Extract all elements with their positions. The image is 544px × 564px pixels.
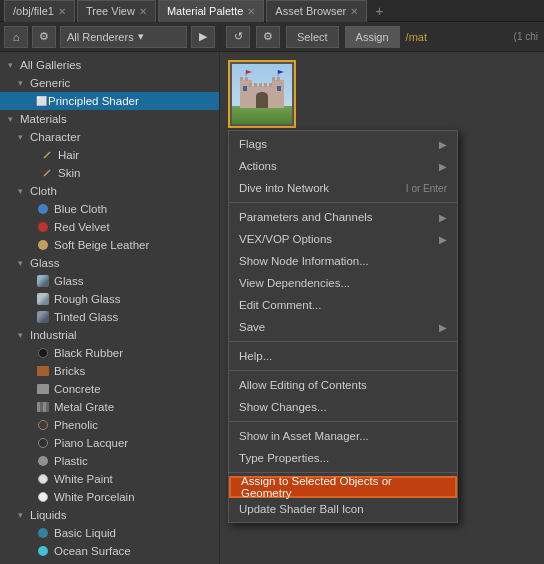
tree-item-bricks[interactable]: Bricks	[0, 362, 219, 380]
svg-rect-7	[272, 80, 284, 108]
submenu-arrow-icon: ▶	[439, 234, 447, 245]
tree-item-materials[interactable]: ▾ Materials	[0, 110, 219, 128]
renderer-dropdown[interactable]: All Renderers ▾	[60, 26, 187, 48]
shortcut-label: I or Enter	[406, 183, 447, 194]
svg-rect-19	[243, 86, 247, 91]
ctx-actions[interactable]: Actions ▶	[229, 155, 457, 177]
chips-info: (1 chi	[514, 31, 538, 42]
tree-item-white-porcelain[interactable]: White Porcelain	[0, 488, 219, 506]
tab-asset-browser[interactable]: Asset Browser ✕	[266, 0, 367, 22]
ctx-show-changes[interactable]: Show Changes...	[229, 396, 457, 418]
ctx-dive-into-network[interactable]: Dive into Network I or Enter	[229, 177, 457, 199]
assign-button[interactable]: Assign	[345, 26, 400, 48]
tree-item-concrete[interactable]: Concrete	[0, 380, 219, 398]
ctx-help[interactable]: Help...	[229, 345, 457, 367]
tab-bar: /obj/file1 ✕ Tree View ✕ Material Palett…	[0, 0, 544, 22]
ctx-update-shader-ball[interactable]: Update Shader Ball Icon	[229, 498, 457, 520]
tab-close-icon[interactable]: ✕	[350, 6, 358, 17]
svg-rect-20	[277, 86, 281, 91]
tab-obj-file1[interactable]: /obj/file1 ✕	[4, 0, 75, 22]
submenu-arrow-icon: ▶	[439, 322, 447, 333]
context-menu: Flags ▶ Actions ▶ Dive into Network I or…	[228, 130, 458, 523]
tree-item-red-velvet[interactable]: Red Velvet	[0, 218, 219, 236]
tree-item-tinted-glass[interactable]: Tinted Glass	[0, 308, 219, 326]
separator	[229, 202, 457, 203]
tree-item-liquids[interactable]: ▾ Liquids	[0, 506, 219, 524]
add-tab-button[interactable]: +	[369, 2, 389, 20]
ctx-type-properties[interactable]: Type Properties...	[229, 447, 457, 469]
svg-rect-13	[254, 83, 257, 87]
tree-item-plastic[interactable]: Plastic	[0, 452, 219, 470]
main-layout: ⌂ ⚙ All Renderers ▾ ▶ ▾ All Galleries ▾	[0, 22, 544, 564]
tab-tree-view[interactable]: Tree View ✕	[77, 0, 156, 22]
mat-thumbnail[interactable]	[228, 60, 296, 128]
home-icon: ⌂	[13, 31, 20, 43]
ctx-parameters[interactable]: Parameters and Channels ▶	[229, 206, 457, 228]
tree-item-white-paint[interactable]: White Paint	[0, 470, 219, 488]
home-button[interactable]: ⌂	[4, 26, 28, 48]
tree-item-generic[interactable]: ▾ Generic	[0, 74, 219, 92]
ctx-node-info[interactable]: Show Node Information...	[229, 250, 457, 272]
svg-point-18	[256, 92, 268, 100]
ctx-view-dependencies[interactable]: View Dependencies...	[229, 272, 457, 294]
tree-item-black-rubber[interactable]: Black Rubber	[0, 344, 219, 362]
refresh-icon: ↺	[234, 30, 243, 43]
ctx-save[interactable]: Save ▶	[229, 316, 457, 338]
ctx-assign-to-selected[interactable]: Assign to Selected Objects or Geometry	[229, 476, 457, 498]
tree-item-ocean-surface[interactable]: Ocean Surface	[0, 542, 219, 560]
tree-item-piano-lacquer[interactable]: Piano Lacquer	[0, 434, 219, 452]
svg-rect-9	[245, 77, 248, 81]
svg-line-0	[44, 152, 50, 158]
right-panel: ↺ ⚙ Select Assign /mat (1 chi	[220, 22, 544, 564]
tree-item-skin[interactable]: Skin	[0, 164, 219, 182]
tree-item-soft-beige[interactable]: Soft Beige Leather	[0, 236, 219, 254]
tree-item-industrial[interactable]: ▾ Industrial	[0, 326, 219, 344]
svg-rect-8	[240, 77, 243, 81]
tab-close-icon[interactable]: ✕	[247, 6, 255, 17]
tree-item-metal-grate[interactable]: Metal Grate	[0, 398, 219, 416]
settings-button[interactable]: ⚙	[256, 26, 280, 48]
svg-rect-10	[272, 77, 275, 81]
right-toolbar: ↺ ⚙ Select Assign /mat (1 chi	[220, 22, 544, 52]
svg-rect-16	[269, 83, 272, 87]
svg-rect-11	[277, 77, 280, 81]
tab-close-icon[interactable]: ✕	[58, 6, 66, 17]
separator	[229, 421, 457, 422]
submenu-arrow-icon: ▶	[439, 139, 447, 150]
submenu-arrow-icon: ▶	[439, 212, 447, 223]
ctx-edit-comment[interactable]: Edit Comment...	[229, 294, 457, 316]
tree-item-hair[interactable]: Hair	[0, 146, 219, 164]
forward-icon: ▶	[199, 30, 207, 43]
tree-item-principled-shader[interactable]: ⬜ Principled Shader	[0, 92, 219, 110]
path-label: /mat	[406, 31, 508, 43]
svg-rect-3	[232, 106, 292, 124]
tree-item-blue-cloth[interactable]: Blue Cloth	[0, 200, 219, 218]
tree-item-basic-liquid[interactable]: Basic Liquid	[0, 524, 219, 542]
tree-item-character[interactable]: ▾ Character	[0, 128, 219, 146]
tree-panel: ▾ All Galleries ▾ Generic ⬜ Principled S…	[0, 52, 219, 564]
tree-item-cloth[interactable]: ▾ Cloth	[0, 182, 219, 200]
tab-close-icon[interactable]: ✕	[139, 6, 147, 17]
ctx-show-asset-manager[interactable]: Show in Asset Manager...	[229, 425, 457, 447]
refresh-button[interactable]: ↺	[226, 26, 250, 48]
svg-rect-14	[259, 83, 262, 87]
tab-material-palette[interactable]: Material Palette ✕	[158, 0, 264, 22]
mat-tile-principled[interactable]: principledsh...	[228, 60, 296, 141]
separator	[229, 472, 457, 473]
settings-icon: ⚙	[263, 30, 273, 43]
forward-button[interactable]: ▶	[191, 26, 215, 48]
chevron-down-icon: ▾	[138, 30, 144, 43]
tree-item-phenolic[interactable]: Phenolic	[0, 416, 219, 434]
tree-item-glass[interactable]: Glass	[0, 272, 219, 290]
separator	[229, 341, 457, 342]
ctx-flags[interactable]: Flags ▶	[229, 133, 457, 155]
tree-item-rough-glass[interactable]: Rough Glass	[0, 290, 219, 308]
ctx-vex-vop[interactable]: VEX/VOP Options ▶	[229, 228, 457, 250]
left-panel: ⌂ ⚙ All Renderers ▾ ▶ ▾ All Galleries ▾	[0, 22, 220, 564]
tree-item-glass-group[interactable]: ▾ Glass	[0, 254, 219, 272]
submenu-arrow-icon: ▶	[439, 161, 447, 172]
ctx-allow-editing[interactable]: Allow Editing of Contents	[229, 374, 457, 396]
select-button[interactable]: Select	[286, 26, 339, 48]
tree-root[interactable]: ▾ All Galleries	[0, 56, 219, 74]
settings-button[interactable]: ⚙	[32, 26, 56, 48]
